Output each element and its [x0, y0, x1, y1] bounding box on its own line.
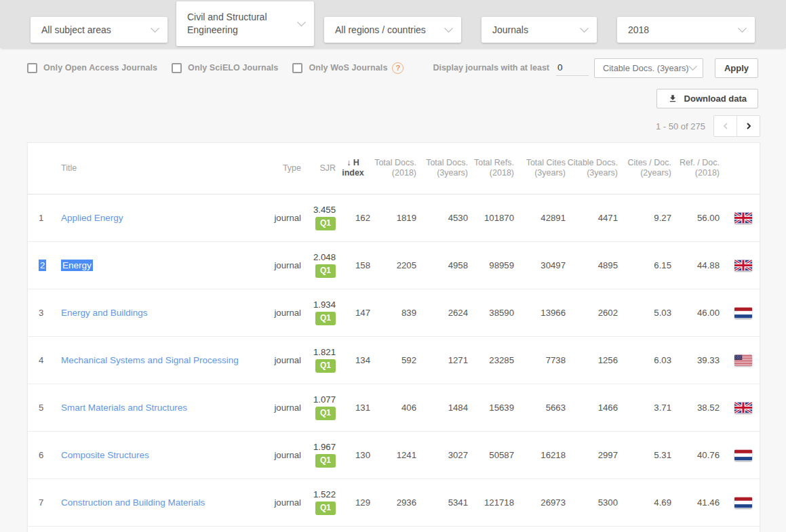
- column-header-cites_per_doc_2years[interactable]: Cites / Doc. (2years): [618, 143, 671, 194]
- pagination: 1 - 50 of 275: [656, 115, 760, 137]
- total-docs-2018-value: 2205: [370, 241, 416, 289]
- table-row: 6Composite Structuresjournal1.967Q113012…: [28, 431, 760, 478]
- type-value: journal: [256, 336, 301, 384]
- download-data-button[interactable]: Download data: [656, 89, 758, 108]
- citable-docs-3years-value: 2997: [566, 431, 618, 478]
- column-header-sjr[interactable]: SJR: [301, 143, 336, 194]
- column-header-refs_per_doc_2018[interactable]: Ref. / Doc. (2018): [671, 143, 720, 194]
- refs-per-doc-2018-value: 46.00: [671, 289, 720, 336]
- table-row: 1Applied Energyjournal3.455Q116218194530…: [28, 194, 760, 241]
- table-row: 3Energy and Buildingsjournal1.934Q114783…: [28, 289, 760, 336]
- cites-per-doc-2years-value: 6.15: [618, 241, 671, 289]
- checkbox-only-scielo-journals[interactable]: Only SciELO Journals: [172, 63, 278, 73]
- type-value: journal: [256, 289, 301, 336]
- refs-per-doc-2018-value: 39.33: [671, 336, 720, 384]
- total-docs-3years-value: 5341: [416, 478, 468, 526]
- metric-select[interactable]: Citable Docs. (3years): [594, 58, 703, 78]
- total-docs-2018-value: 2936: [370, 478, 416, 526]
- column-header-rank[interactable]: [28, 143, 59, 194]
- checkbox-box[interactable]: [172, 63, 182, 73]
- total-docs-3years-value: 4530: [416, 194, 468, 241]
- country-flag-icon: [734, 212, 752, 224]
- min-docs-group: Display journals with at least Citable D…: [433, 58, 758, 78]
- column-header-title[interactable]: Title: [59, 143, 256, 194]
- total-refs-2018-value: 50587: [468, 431, 514, 478]
- apply-button[interactable]: Apply: [715, 58, 758, 78]
- chevron-down-icon: [151, 24, 159, 33]
- metric-select-value: Citable Docs. (3years): [603, 63, 690, 73]
- sjr-value: 1.821: [301, 347, 336, 358]
- table-row: 7Construction and Building Materialsjour…: [28, 478, 760, 526]
- quartile-badge: Q1: [315, 407, 336, 420]
- column-header-type[interactable]: Type: [256, 143, 301, 194]
- checkbox-box[interactable]: [27, 63, 37, 73]
- column-header-total_docs_2018[interactable]: Total Docs. (2018): [370, 143, 416, 194]
- total-cites-3years-value: 7738: [514, 336, 566, 384]
- journal-title-link[interactable]: Energy: [61, 260, 93, 271]
- cites-per-doc-2years-value: 5.03: [618, 289, 671, 336]
- h-index-value: 158: [336, 241, 370, 289]
- quartile-badge: Q1: [315, 359, 336, 373]
- quartile-badge: Q1: [315, 217, 336, 230]
- total-refs-2018-value: 38590: [468, 289, 514, 336]
- checkbox-box[interactable]: [292, 63, 302, 73]
- subject-category-select[interactable]: Civil and Structural Engineering: [176, 1, 314, 46]
- refs-per-doc-2018-value: 40.76: [671, 431, 720, 478]
- help-icon[interactable]: ?: [392, 62, 404, 74]
- next-page-button[interactable]: [737, 116, 760, 136]
- journal-table-body: 1Applied Energyjournal3.455Q116218194530…: [28, 194, 760, 526]
- column-header-h_index[interactable]: ↓ H index: [336, 143, 370, 194]
- quartile-badge: Q1: [315, 454, 336, 468]
- citable-docs-3years-value: 5300: [566, 478, 618, 526]
- total-refs-2018-value: 15639: [468, 384, 514, 431]
- filters-row: Only Open Access JournalsOnly SciELO Jou…: [0, 58, 786, 78]
- rank-value: 2: [39, 260, 46, 271]
- type-value: journal: [256, 384, 301, 431]
- total-docs-2018-value: 406: [370, 384, 416, 431]
- country-flag-icon: [734, 260, 752, 271]
- previous-page-button[interactable]: [714, 116, 736, 136]
- citable-docs-3years-value: 4471: [566, 194, 618, 241]
- year-value: 2018: [628, 24, 739, 37]
- subject-area-select[interactable]: All subject areas: [31, 17, 168, 43]
- chevron-down-icon: [444, 24, 453, 33]
- sjr-value: 2.048: [301, 252, 336, 263]
- journal-title-link[interactable]: Energy and Buildings: [61, 308, 148, 318]
- column-header-total_cites_3years[interactable]: Total Cites (3years): [514, 143, 566, 194]
- column-header-total_refs_2018[interactable]: Total Refs. (2018): [468, 143, 514, 194]
- total-docs-2018-value: 839: [370, 289, 416, 336]
- country-flag-icon: [734, 449, 752, 461]
- download-icon: [668, 94, 677, 104]
- journal-title-link[interactable]: Mechanical Systems and Signal Processing: [61, 355, 239, 365]
- quartile-badge: Q1: [315, 264, 336, 278]
- rank-value: 1: [39, 213, 43, 223]
- journal-title-link[interactable]: Composite Structures: [61, 450, 149, 460]
- total-docs-3years-value: 4958: [416, 241, 468, 289]
- total-refs-2018-value: 23285: [468, 336, 514, 384]
- chevron-left-icon: [720, 121, 731, 131]
- country-flag-icon: [734, 307, 752, 319]
- journal-title-link[interactable]: Construction and Building Materials: [61, 497, 205, 508]
- publication-type-select[interactable]: Journals: [482, 17, 597, 43]
- column-header-total_docs_3years[interactable]: Total Docs. (3years): [416, 143, 468, 194]
- checkbox-only-open-access-journals[interactable]: Only Open Access Journals: [27, 63, 157, 73]
- year-select[interactable]: 2018: [617, 17, 755, 43]
- journal-title-link[interactable]: Applied Energy: [61, 213, 123, 223]
- sjr-value: 3.455: [301, 205, 336, 216]
- h-index-value: 162: [336, 194, 370, 241]
- column-header-citable_docs_3years[interactable]: Citable Docs. (3years): [566, 143, 618, 194]
- column-header-flag[interactable]: [720, 143, 760, 194]
- rank-value: 7: [39, 497, 43, 508]
- type-value: journal: [256, 478, 301, 526]
- checkbox-group: Only Open Access JournalsOnly SciELO Jou…: [27, 58, 404, 78]
- chevron-right-icon: [743, 121, 754, 131]
- checkbox-only-wos-journals[interactable]: Only WoS Journals: [292, 63, 387, 73]
- min-docs-label: Display journals with at least: [433, 63, 549, 73]
- journal-title-link[interactable]: Smart Materials and Structures: [61, 403, 187, 413]
- chevron-down-icon: [738, 24, 747, 33]
- region-select[interactable]: All regions / countries: [324, 17, 461, 43]
- table-row: 4Mechanical Systems and Signal Processin…: [28, 336, 760, 384]
- total-cites-3years-value: 13966: [514, 289, 566, 336]
- sjr-value: 1.522: [301, 489, 336, 500]
- min-docs-input[interactable]: [556, 60, 589, 76]
